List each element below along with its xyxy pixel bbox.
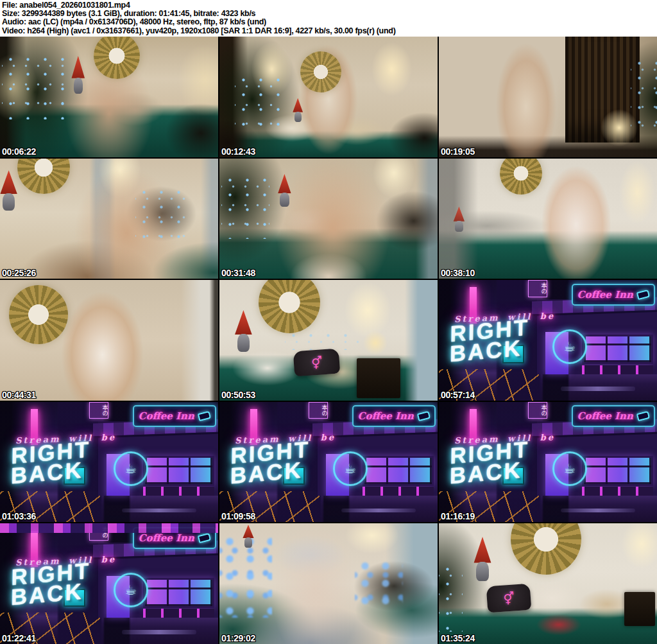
nightstand (624, 592, 655, 626)
video-thumbnail: 00:06:22 (0, 37, 218, 157)
timestamp-overlay: 01:16:19 (441, 512, 475, 521)
coffee-inn-sign: Coffee Inn (572, 405, 655, 427)
road-marking (561, 509, 635, 513)
coffee-inn-sign-text: Coffee Inn (358, 410, 414, 422)
right-back-text: RIGHT BACK (11, 561, 91, 608)
shop-window (143, 456, 214, 486)
timestamp-overlay: 00:06:22 (2, 147, 36, 156)
timestamp-overlay: 00:57:14 (441, 390, 475, 399)
togo-cup-icon (636, 290, 650, 300)
road-marking (561, 387, 635, 391)
sunburst-mirror-icon (500, 159, 542, 195)
gnome-icon (241, 525, 255, 548)
video-contact-sheet: File: anabel054_202601031801.mp4 Size: 3… (0, 0, 657, 644)
video-thumbnail: ⚥ 01:35:24 (439, 523, 657, 644)
video-info-line: Video: h264 (High) (avc1 / 0x31637661), … (2, 27, 657, 35)
coffee-inn-sign: Coffee Inn (133, 405, 216, 427)
shop-window (363, 456, 433, 486)
video-thumbnail: 00:12:43 (219, 37, 438, 157)
right-back-text: RIGHT BACK (450, 317, 530, 364)
coffee-cup-icon: ☕ (114, 573, 148, 607)
japanese-neon-sign: 本の (309, 402, 327, 419)
shop-counter (143, 609, 214, 618)
coffee-cup-icon: ☕ (552, 451, 587, 486)
string-lights (439, 562, 463, 632)
right-back-text: RIGHT BACK (230, 439, 311, 486)
timestamp-overlay: 00:12:43 (221, 147, 255, 156)
timestamp-overlay: 00:25:26 (2, 268, 36, 277)
video-thumbnail: 本の Coffee Inn ☕ Stream will be RIGHT BAC… (0, 523, 218, 644)
video-thumbnail: 00:31:48 (219, 159, 438, 279)
gnome-icon (472, 537, 493, 582)
string-lights (221, 173, 269, 239)
timestamp-overlay: 00:38:10 (441, 268, 475, 277)
string-lights (235, 73, 280, 130)
table-lamp-glow (363, 331, 388, 355)
video-thumbnail: 00:38:10 (439, 159, 657, 279)
string-lights (2, 52, 65, 119)
sunburst-mirror-icon (17, 159, 70, 195)
timestamp-overlay: 01:03:36 (2, 512, 36, 521)
video-thumbnail: 本の Coffee Inn ☕ Stream will be RIGHT BAC… (0, 402, 218, 523)
coffee-inn-sign: Coffee Inn (572, 284, 655, 306)
gnome-icon (452, 207, 466, 232)
right-back-text: RIGHT BACK (450, 439, 530, 486)
road-marking (341, 509, 416, 513)
sunburst-mirror-icon (259, 280, 320, 333)
gnome-icon (70, 56, 87, 94)
togo-cup-icon (417, 411, 431, 421)
coffee-cup-icon: ☕ (114, 451, 148, 486)
sunburst-mirror-icon (511, 523, 581, 575)
coffee-inn-sign: Coffee Inn (352, 405, 436, 427)
video-thumbnail: 00:44:31 (0, 280, 218, 401)
coffee-inn-sign-text: Coffee Inn (139, 410, 194, 422)
nightstand (357, 358, 400, 398)
shop-window (582, 335, 653, 365)
coffee-cup-icon: ☕ (333, 451, 368, 486)
gnome-icon (0, 170, 20, 211)
timestamp-overlay: 01:09:58 (221, 512, 255, 521)
japanese-neon-sign: 本の (528, 280, 547, 297)
sunburst-mirror-icon (94, 37, 140, 79)
string-lights (631, 56, 657, 135)
gnome-icon (291, 98, 304, 123)
japanese-neon-sign: 本の (89, 402, 108, 419)
video-thumbnail: 00:19:05 (439, 37, 657, 157)
timestamp-overlay: 01:22:41 (2, 634, 36, 643)
gender-symbol-icon: ⚥ (502, 591, 515, 605)
road-marking (122, 509, 196, 513)
togo-cup-icon (198, 411, 211, 421)
timestamp-overlay: 01:29:02 (221, 634, 255, 643)
shop-counter (143, 487, 214, 496)
neon-light-strip (0, 523, 218, 533)
timestamp-overlay: 00:50:53 (221, 390, 255, 399)
shop-window (143, 578, 214, 608)
shop-counter (582, 365, 653, 374)
logo-pillow: ⚥ (293, 349, 340, 377)
coffee-cup-icon: ☕ (552, 329, 587, 364)
video-thumbnail: 01:29:02 (219, 523, 438, 644)
video-thumbnail: ⚥ 00:50:53 (219, 280, 438, 401)
coffee-inn-sign-text: Coffee Inn (577, 410, 633, 422)
thumbnail-grid: 00:06:22 00:12:43 00:19:05 00:25:26 00:3… (0, 37, 657, 644)
gender-symbol-icon: ⚥ (311, 355, 323, 370)
sunburst-mirror-icon (300, 51, 341, 92)
road-marking (122, 630, 196, 634)
timestamp-overlay: 00:44:31 (2, 390, 36, 399)
logo-pillow: ⚥ (486, 584, 531, 613)
video-thumbnail: 本の Coffee Inn ☕ Stream will be RIGHT BAC… (439, 280, 657, 401)
timestamp-overlay: 01:35:24 (441, 634, 475, 643)
gnome-icon (276, 174, 293, 207)
gnome-icon (232, 310, 254, 352)
media-info-header: File: anabel054_202601031801.mp4 Size: 3… (0, 0, 657, 37)
shop-window (582, 456, 653, 486)
shop-counter (363, 487, 433, 496)
right-back-text: RIGHT BACK (11, 439, 91, 486)
string-lights (135, 185, 192, 239)
japanese-neon-sign: 本の (528, 402, 547, 419)
togo-cup-icon (636, 411, 650, 421)
video-thumbnail: 本の Coffee Inn ☕ Stream will be RIGHT BAC… (439, 402, 657, 523)
coffee-inn-sign-text: Coffee Inn (577, 289, 633, 300)
coffee-inn-sign-text: Coffee Inn (139, 532, 194, 544)
sunburst-mirror-icon (9, 285, 68, 344)
